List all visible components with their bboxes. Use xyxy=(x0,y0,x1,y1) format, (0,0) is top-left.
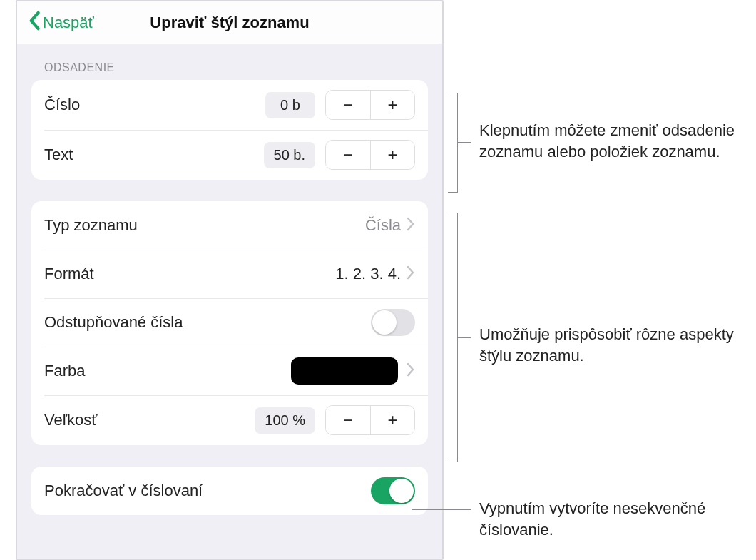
chevron-right-icon xyxy=(407,217,415,234)
annotation-style: Umožňuje prispôsobiť rôzne aspekty štýlu… xyxy=(479,324,750,366)
size-label: Veľkosť xyxy=(44,411,255,429)
indent-number-decrement[interactable]: − xyxy=(326,91,370,119)
back-button[interactable]: Naspäť xyxy=(27,11,94,35)
indent-text-increment[interactable]: + xyxy=(370,141,414,169)
continue-card: Pokračovať v číslovaní xyxy=(31,467,428,515)
annotation-connector xyxy=(412,509,471,510)
format-label: Formát xyxy=(44,265,335,283)
back-label: Naspäť xyxy=(43,14,94,32)
size-stepper: − + xyxy=(325,405,415,435)
tiered-row: Odstupňované čísla xyxy=(31,298,428,347)
indent-number-label: Číslo xyxy=(44,96,265,114)
annotation-connector xyxy=(458,142,471,143)
annotation-bracket xyxy=(448,213,458,462)
chevron-right-icon xyxy=(407,265,415,282)
tiered-switch[interactable] xyxy=(371,309,415,336)
annotation-indent: Klepnutím môžete zmeniť odsadenie zoznam… xyxy=(479,120,736,162)
panel-body: ODSADENIE Číslo 0 b − + Text 50 b. − + xyxy=(17,44,442,559)
list-type-row[interactable]: Typ zoznamu Čísla xyxy=(31,201,428,250)
indent-number-increment[interactable]: + xyxy=(370,91,414,119)
list-type-value: Čísla xyxy=(365,216,401,235)
style-card: Typ zoznamu Čísla Formát 1. 2. 3. 4. Ods… xyxy=(31,201,428,445)
indent-text-value[interactable]: 50 b. xyxy=(264,142,315,168)
indent-text-row: Text 50 b. − + xyxy=(31,130,428,180)
color-label: Farba xyxy=(44,362,291,380)
annotation-continue: Vypnutím vytvoríte nesekvenčné číslovani… xyxy=(479,498,736,540)
plus-icon: + xyxy=(387,95,397,115)
indent-text-stepper: − + xyxy=(325,140,415,170)
minus-icon: − xyxy=(343,145,353,165)
color-row[interactable]: Farba xyxy=(31,347,428,395)
indent-text-label: Text xyxy=(44,146,264,164)
size-value[interactable]: 100 % xyxy=(255,407,315,434)
list-type-label: Typ zoznamu xyxy=(44,216,365,235)
size-decrement[interactable]: − xyxy=(326,406,370,434)
continue-label: Pokračovať v číslovaní xyxy=(44,482,371,500)
chevron-left-icon xyxy=(27,11,41,35)
indent-card: Číslo 0 b − + Text 50 b. − + xyxy=(31,80,428,180)
annotation-connector xyxy=(458,337,471,338)
format-row[interactable]: Formát 1. 2. 3. 4. xyxy=(31,250,428,298)
format-value: 1. 2. 3. 4. xyxy=(335,265,401,283)
size-row: Veľkosť 100 % − + xyxy=(31,395,428,445)
chevron-right-icon xyxy=(407,362,415,380)
panel-header: Naspäť Upraviť štýl zoznamu xyxy=(17,1,442,44)
indent-section-label: ODSADENIE xyxy=(44,61,428,74)
plus-icon: + xyxy=(387,145,397,165)
minus-icon: − xyxy=(343,410,353,430)
indent-number-row: Číslo 0 b − + xyxy=(31,80,428,130)
size-increment[interactable]: + xyxy=(370,406,414,434)
tiered-label: Odstupňované čísla xyxy=(44,313,371,332)
settings-panel: Naspäť Upraviť štýl zoznamu ODSADENIE Čí… xyxy=(16,0,444,560)
continue-switch[interactable] xyxy=(371,477,415,504)
indent-number-stepper: − + xyxy=(325,90,415,120)
indent-number-value[interactable]: 0 b xyxy=(265,92,315,118)
color-swatch xyxy=(291,357,398,385)
annotation-bracket xyxy=(448,93,458,193)
plus-icon: + xyxy=(387,410,397,430)
indent-text-decrement[interactable]: − xyxy=(326,141,370,169)
continue-row: Pokračovať v číslovaní xyxy=(31,467,428,515)
minus-icon: − xyxy=(343,95,353,115)
